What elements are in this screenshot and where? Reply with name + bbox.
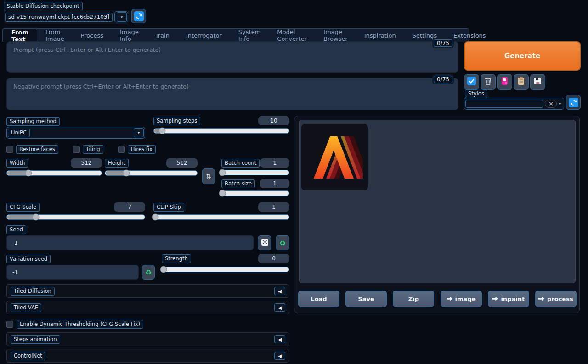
refresh-styles-button[interactable]	[566, 95, 581, 110]
tab-process[interactable]: Process	[73, 29, 112, 42]
dice-icon	[261, 238, 269, 248]
tab-train[interactable]: Train	[147, 29, 178, 42]
hires-fix-label: Hires fix	[128, 145, 156, 154]
extra-networks-button[interactable]	[497, 74, 512, 90]
refresh-icon	[134, 11, 144, 21]
reuse-seed-button[interactable]: ♻	[276, 235, 289, 250]
clip-skip-label: CLIP Skip	[153, 203, 184, 212]
slider-handle[interactable]	[160, 266, 167, 273]
batch-count-value[interactable]: 1	[260, 158, 289, 168]
width-slider[interactable]	[6, 170, 102, 176]
steps-animation-label: Steps animation	[11, 335, 60, 344]
cfg-scale-slider[interactable]	[6, 214, 145, 220]
tab-model-converter[interactable]: Model Converter	[269, 29, 315, 42]
clear-prompt-button[interactable]	[481, 74, 496, 90]
zip-button[interactable]: Zip	[393, 291, 434, 307]
generate-button[interactable]: Generate	[464, 41, 581, 71]
slider-handle[interactable]	[219, 169, 226, 176]
dynamic-thresholding-label: Enable Dynamic Thresholding (CFG Scale F…	[17, 320, 143, 329]
restore-faces-label: Restore faces	[16, 145, 58, 154]
restore-faces-checkbox[interactable]	[6, 146, 13, 153]
swap-width-height-button[interactable]: ⇅	[202, 168, 215, 184]
refresh-icon	[569, 98, 578, 107]
negative-prompt-input[interactable]	[6, 78, 458, 110]
send-to-inpaint-button[interactable]: inpaint	[488, 291, 529, 307]
clip-skip-value[interactable]: 1	[258, 202, 289, 212]
tiled-vae-accordion[interactable]: Tiled VAE ◀	[6, 301, 289, 314]
controlnet-label: ControlNet	[11, 352, 45, 360]
tiling-checkbox[interactable]	[73, 146, 80, 153]
tab-from-text[interactable]: From Text	[3, 29, 37, 42]
strength-slider[interactable]	[162, 267, 289, 272]
chevron-down-icon[interactable]: ▾	[557, 101, 563, 106]
checkpoint-dropdown-group: sd-v15-runwayml.ckpt [cc6cb27103] ▾	[4, 10, 130, 24]
preview-thumbnail[interactable]	[301, 124, 368, 190]
output-panel: Load Save Zip image inpaint process	[294, 116, 580, 313]
prompt-input[interactable]	[6, 41, 458, 73]
sampling-method-dropdown[interactable]: UniPC ▾	[6, 127, 145, 139]
sampling-method-label: Sampling method	[6, 117, 60, 126]
slider-handle[interactable]	[158, 128, 165, 134]
reuse-variation-seed-button[interactable]: ♻	[142, 265, 155, 280]
styles-value[interactable]	[465, 100, 543, 108]
styles-dropdown[interactable]: × ▾	[464, 98, 564, 110]
clear-styles-icon[interactable]: ×	[545, 100, 557, 108]
checkpoint-label: Stable Diffusion checkpoint	[4, 2, 83, 11]
arrow-right-icon	[492, 296, 498, 302]
random-seed-button[interactable]	[258, 235, 271, 250]
dynamic-thresholding-checkbox[interactable]	[6, 321, 13, 328]
tab-image-browser[interactable]: Image Browser	[315, 29, 356, 42]
chevron-down-icon[interactable]: ▾	[134, 128, 144, 137]
strength-value[interactable]: 0	[258, 254, 289, 263]
checkpoint-dropdown[interactable]: sd-v15-runwayml.ckpt [cc6cb27103]	[5, 13, 113, 22]
height-label: Height	[105, 159, 129, 168]
tab-interrogator[interactable]: Interrogator	[178, 29, 230, 42]
slider-handle[interactable]	[152, 214, 158, 221]
refresh-checkpoints-button[interactable]	[131, 9, 146, 23]
send-to-process-button[interactable]: process	[535, 291, 577, 307]
collapse-arrow-icon[interactable]: ◀	[274, 303, 285, 312]
apply-styles-button[interactable]	[514, 74, 529, 90]
checkpoint-secondary-dropdown[interactable]: ▾	[114, 11, 128, 22]
tiled-diffusion-label: Tiled Diffusion	[11, 287, 55, 296]
tiled-diffusion-accordion[interactable]: Tiled Diffusion ◀	[6, 284, 289, 298]
load-button[interactable]: Load	[298, 291, 339, 307]
tab-extensions[interactable]: Extensions	[445, 29, 494, 42]
tab-inspiration[interactable]: Inspiration	[356, 29, 404, 42]
seed-input[interactable]	[6, 235, 254, 250]
image-preview-area[interactable]	[299, 120, 576, 283]
cfg-scale-value[interactable]: 7	[114, 202, 145, 212]
collapse-arrow-icon[interactable]: ◀	[274, 335, 285, 343]
collapse-arrow-icon[interactable]: ◀	[274, 287, 285, 295]
steps-animation-accordion[interactable]: Steps animation ◀	[6, 332, 289, 346]
batch-size-slider[interactable]	[221, 190, 289, 196]
width-value[interactable]: 512	[71, 158, 102, 168]
apply-params-button[interactable]	[464, 74, 479, 90]
variation-seed-input[interactable]	[6, 265, 139, 280]
sampling-steps-value[interactable]: 10	[258, 116, 289, 125]
save-button[interactable]: Save	[345, 291, 387, 307]
extra-networks-card-icon	[501, 77, 509, 87]
controlnet-accordion[interactable]: ControlNet ◀	[6, 349, 289, 363]
height-slider[interactable]	[105, 170, 198, 176]
save-style-button[interactable]	[530, 74, 545, 90]
tab-system-info[interactable]: System Info	[230, 29, 269, 42]
batch-count-slider[interactable]	[221, 170, 289, 175]
chevron-down-icon[interactable]: ▾	[117, 12, 127, 22]
slider-handle[interactable]	[25, 170, 32, 177]
slider-handle[interactable]	[123, 170, 130, 177]
recycle-icon: ♻	[145, 268, 152, 277]
tab-from-image[interactable]: From Image	[37, 29, 73, 42]
tab-image-info[interactable]: Image Info	[112, 29, 147, 42]
strength-label: Strength	[162, 254, 191, 263]
hires-fix-checkbox[interactable]	[118, 146, 125, 153]
slider-handle[interactable]	[33, 214, 40, 221]
slider-handle[interactable]	[219, 190, 226, 197]
batch-size-value[interactable]: 1	[260, 179, 289, 188]
send-to-image-button[interactable]: image	[441, 291, 482, 307]
collapse-arrow-icon[interactable]: ◀	[274, 352, 285, 360]
sampling-steps-slider[interactable]	[153, 128, 289, 134]
swap-icon: ⇅	[206, 173, 211, 180]
height-value[interactable]: 512	[166, 158, 198, 168]
clip-skip-slider[interactable]	[153, 214, 289, 220]
